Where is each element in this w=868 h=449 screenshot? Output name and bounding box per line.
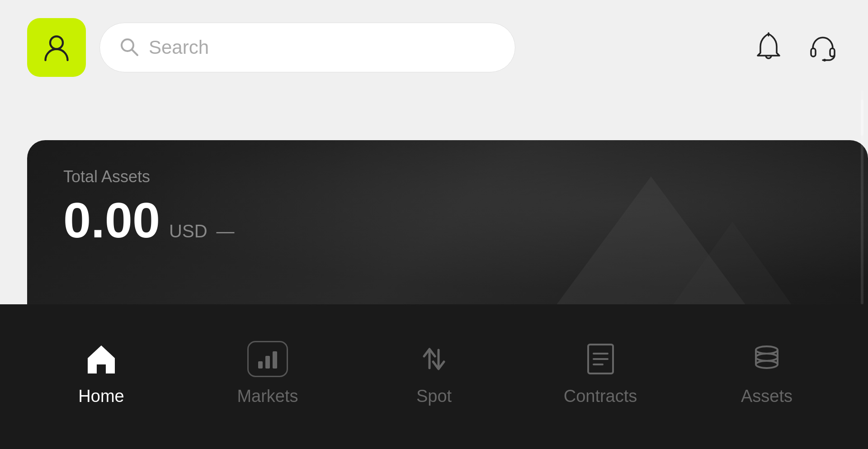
nav-item-home[interactable]: Home (18, 339, 184, 406)
assets-currency: USD (169, 221, 207, 241)
spot-icon (416, 341, 452, 377)
nav-label-home: Home (78, 387, 124, 406)
svg-point-0 (50, 37, 63, 49)
nav-item-spot[interactable]: Spot (351, 339, 517, 406)
assets-icon (749, 341, 785, 377)
user-icon (41, 32, 72, 63)
support-button[interactable] (805, 29, 841, 66)
nav-item-assets[interactable]: Assets (684, 339, 850, 406)
svg-point-20 (756, 354, 778, 361)
total-assets-value: 0.00 USD — (63, 195, 832, 245)
nav-label-assets: Assets (741, 387, 793, 406)
headset-icon (805, 29, 841, 66)
svg-rect-9 (265, 356, 270, 369)
search-input[interactable] (149, 37, 497, 58)
bottom-nav: Home Markets Spot (0, 304, 868, 449)
header-actions (750, 29, 841, 66)
svg-rect-10 (273, 351, 277, 369)
bell-icon (750, 29, 787, 66)
header (0, 0, 868, 90)
nav-label-contracts: Contracts (564, 387, 637, 406)
assets-dash: — (217, 221, 235, 241)
nav-label-spot: Spot (416, 387, 452, 406)
markets-icon (255, 347, 281, 371)
assets-icon-wrap (744, 339, 789, 379)
contracts-icon-wrap (578, 339, 623, 379)
home-icon-wrap (79, 339, 124, 379)
notification-button[interactable] (750, 29, 787, 66)
svg-rect-8 (258, 361, 263, 369)
svg-point-17 (756, 346, 778, 354)
spot-icon-wrap (411, 339, 457, 379)
nav-item-markets[interactable]: Markets (184, 339, 351, 406)
scrollbar-thumb (861, 99, 863, 136)
nav-item-contracts[interactable]: Contracts (517, 339, 684, 406)
svg-point-23 (756, 361, 778, 368)
assets-number: 0.00 (63, 195, 160, 245)
nav-label-markets: Markets (237, 387, 298, 406)
main-card: Total Assets 0.00 USD — (27, 140, 868, 304)
profile-button[interactable] (27, 18, 86, 77)
search-icon (118, 36, 140, 59)
total-assets-label: Total Assets (63, 167, 832, 186)
scrollbar[interactable] (861, 90, 863, 304)
svg-line-2 (132, 50, 137, 55)
search-bar (99, 23, 515, 72)
home-icon (83, 341, 119, 377)
contracts-icon (584, 341, 618, 377)
markets-icon-wrap (245, 339, 290, 379)
svg-rect-4 (811, 48, 816, 57)
